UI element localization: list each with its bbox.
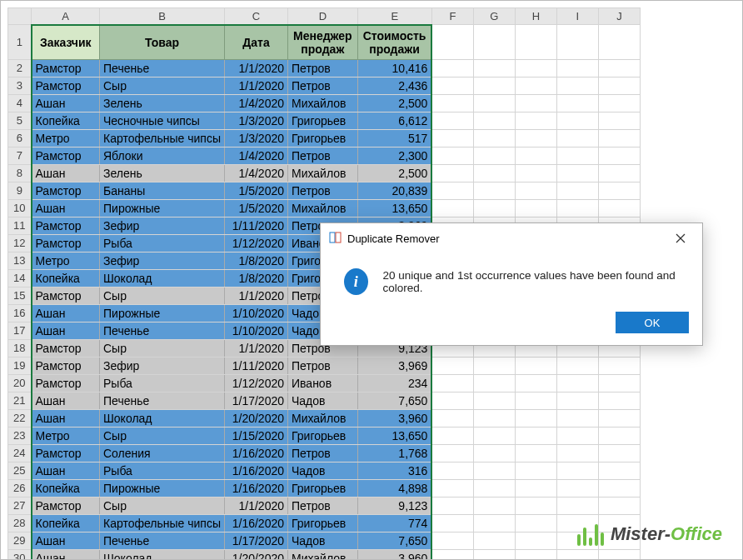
data-cell[interactable]: 1/10/2020 [225, 304, 288, 322]
row-header[interactable]: 19 [8, 357, 32, 374]
data-cell[interactable]: 1/4/2020 [225, 147, 288, 164]
empty-cell[interactable] [515, 462, 556, 479]
data-cell[interactable]: 316 [357, 462, 431, 479]
table-header[interactable]: Стоимость продажи [357, 25, 431, 60]
data-cell[interactable]: 1/4/2020 [225, 164, 288, 182]
data-cell[interactable]: Метро [32, 129, 100, 147]
data-cell[interactable]: 1/8/2020 [225, 269, 288, 287]
empty-cell[interactable] [431, 357, 473, 374]
empty-cell[interactable] [515, 182, 556, 199]
empty-cell[interactable] [598, 427, 640, 444]
empty-cell[interactable] [473, 549, 515, 560]
empty-cell[interactable] [515, 199, 556, 217]
empty-cell[interactable] [431, 514, 473, 532]
empty-cell[interactable] [431, 532, 473, 549]
column-header-H[interactable]: H [515, 8, 556, 25]
empty-cell[interactable] [556, 427, 598, 444]
data-cell[interactable]: 2,300 [357, 147, 431, 164]
row-header[interactable]: 11 [8, 217, 32, 234]
empty-cell[interactable] [556, 549, 598, 560]
data-cell[interactable]: 3,960 [357, 409, 431, 427]
close-button[interactable] [666, 228, 696, 248]
empty-cell[interactable] [431, 182, 473, 199]
empty-cell[interactable] [556, 357, 598, 374]
data-cell[interactable]: Ашан [32, 164, 100, 182]
data-cell[interactable]: 2,436 [357, 77, 431, 94]
data-cell[interactable]: Печенье [100, 392, 225, 409]
data-cell[interactable]: Григорьев [288, 514, 358, 532]
empty-cell[interactable] [598, 479, 640, 497]
data-cell[interactable]: Шоколад [100, 409, 225, 427]
empty-cell[interactable] [515, 497, 556, 514]
empty-cell[interactable] [515, 444, 556, 462]
data-cell[interactable]: 6,612 [357, 112, 431, 129]
empty-cell[interactable] [431, 479, 473, 497]
row-header[interactable]: 6 [8, 129, 32, 147]
column-header-J[interactable]: J [598, 8, 640, 25]
empty-cell[interactable] [515, 77, 556, 94]
empty-cell[interactable] [473, 374, 515, 392]
row-header[interactable]: 8 [8, 164, 32, 182]
data-cell[interactable]: Зефир [100, 252, 225, 269]
data-cell[interactable]: Ашан [32, 199, 100, 217]
empty-cell[interactable] [598, 409, 640, 427]
data-cell[interactable]: 20,839 [357, 182, 431, 199]
data-cell[interactable]: Пирожные [100, 304, 225, 322]
empty-cell[interactable] [556, 112, 598, 129]
data-cell[interactable]: Ашан [32, 304, 100, 322]
data-cell[interactable]: 1/16/2020 [225, 462, 288, 479]
data-cell[interactable]: Михайлов [288, 549, 358, 560]
data-cell[interactable]: Чесночные чипсы [100, 112, 225, 129]
data-cell[interactable]: 1/5/2020 [225, 199, 288, 217]
data-cell[interactable]: Рыба [100, 462, 225, 479]
data-cell[interactable]: Рыба [100, 374, 225, 392]
empty-cell[interactable] [598, 199, 640, 217]
empty-cell[interactable] [598, 147, 640, 164]
empty-cell[interactable] [431, 199, 473, 217]
data-cell[interactable]: Ашан [32, 94, 100, 112]
row-header[interactable]: 4 [8, 94, 32, 112]
data-cell[interactable]: Бананы [100, 182, 225, 199]
empty-cell[interactable] [556, 147, 598, 164]
empty-cell[interactable] [431, 427, 473, 444]
data-cell[interactable]: Петров [288, 59, 358, 77]
column-header-B[interactable]: B [100, 8, 225, 25]
column-header-E[interactable]: E [357, 8, 431, 25]
empty-cell[interactable] [473, 409, 515, 427]
row-header[interactable]: 17 [8, 322, 32, 339]
empty-cell[interactable] [515, 479, 556, 497]
empty-cell[interactable] [515, 129, 556, 147]
empty-cell[interactable] [473, 532, 515, 549]
data-cell[interactable]: Михайлов [288, 94, 358, 112]
data-cell[interactable]: Метро [32, 427, 100, 444]
row-header[interactable]: 18 [8, 339, 32, 357]
empty-cell[interactable] [473, 94, 515, 112]
data-cell[interactable]: 1/20/2020 [225, 549, 288, 560]
empty-cell[interactable] [431, 59, 473, 77]
row-header[interactable]: 16 [8, 304, 32, 322]
row-header[interactable]: 15 [8, 287, 32, 304]
data-cell[interactable]: Ашан [32, 409, 100, 427]
data-cell[interactable]: 1/12/2020 [225, 234, 288, 252]
data-cell[interactable]: Рамстор [32, 357, 100, 374]
data-cell[interactable]: Рыба [100, 234, 225, 252]
data-cell[interactable]: 13,650 [357, 199, 431, 217]
row-header[interactable]: 21 [8, 392, 32, 409]
data-cell[interactable]: 1/5/2020 [225, 182, 288, 199]
empty-cell[interactable] [598, 129, 640, 147]
empty-cell[interactable] [431, 549, 473, 560]
empty-cell[interactable] [431, 497, 473, 514]
empty-cell[interactable] [515, 112, 556, 129]
row-header[interactable]: 9 [8, 182, 32, 199]
data-cell[interactable]: Петров [288, 182, 358, 199]
data-cell[interactable]: Петров [288, 357, 358, 374]
empty-cell[interactable] [431, 94, 473, 112]
data-cell[interactable]: Соления [100, 444, 225, 462]
data-cell[interactable]: Рамстор [32, 374, 100, 392]
data-cell[interactable]: 3,969 [357, 357, 431, 374]
empty-cell[interactable] [556, 182, 598, 199]
data-cell[interactable]: 1/12/2020 [225, 374, 288, 392]
row-header[interactable]: 23 [8, 427, 32, 444]
column-header-A[interactable]: A [32, 8, 100, 25]
data-cell[interactable]: Ашан [32, 532, 100, 549]
